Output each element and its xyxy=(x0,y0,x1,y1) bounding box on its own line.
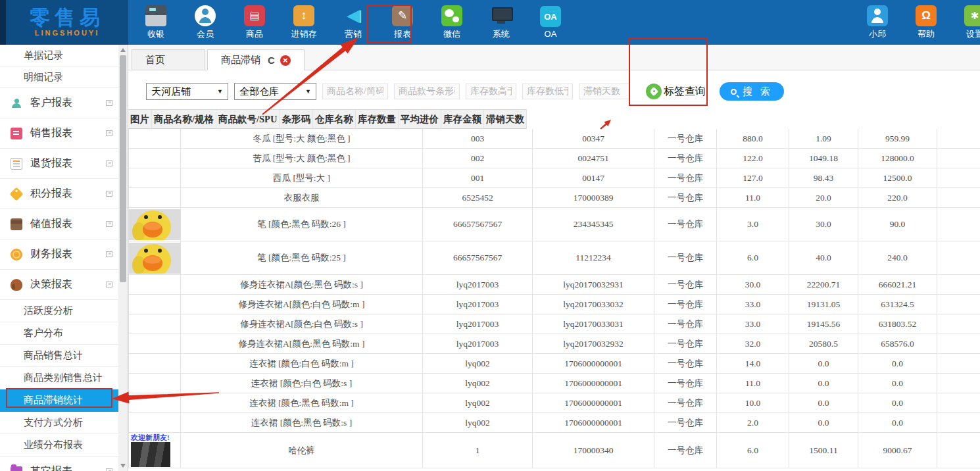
nav-item-label: 进销存 xyxy=(291,28,317,40)
sidebar-scrollbar[interactable] xyxy=(118,45,128,471)
tab[interactable]: 商品滞销 C × xyxy=(207,49,305,70)
nav-item-icon xyxy=(392,5,413,26)
spu-cell: 002 xyxy=(423,149,533,168)
sidebar-item-icon xyxy=(11,218,22,230)
sidebar-item[interactable]: 退货报表 xyxy=(0,149,119,179)
scroll-up-icon[interactable] xyxy=(120,48,126,52)
amount-cell: 959.99 xyxy=(858,129,937,149)
product-image-cell xyxy=(128,334,181,354)
filter-input[interactable] xyxy=(522,84,573,99)
product-name-cell: 连衣裙 [颜色:白色 码数:s ] xyxy=(181,374,423,393)
app-logo: 零售易 LINGSHOUYI xyxy=(0,0,128,45)
nav-item[interactable]: 收银 xyxy=(140,5,172,40)
table-header-cell: 图片 xyxy=(128,109,152,129)
nav-right-item[interactable]: 设置 xyxy=(959,5,980,40)
product-name-cell: 修身连衣裙A[颜色:白色 码数:s ] xyxy=(181,314,423,334)
nav-right-item[interactable]: 帮助 xyxy=(910,5,942,40)
amount-cell: 0.0 xyxy=(858,354,937,374)
nav-item[interactable]: 报表 xyxy=(387,5,418,40)
nav-item[interactable]: 会员 xyxy=(189,5,221,40)
warehouse-cell: 一号仓库 xyxy=(654,334,717,354)
sidebar-item[interactable]: 业绩分布报表 xyxy=(0,434,119,457)
product-image-cell xyxy=(128,354,181,374)
nav-item[interactable]: 微信 xyxy=(436,5,468,40)
stale-days-cell xyxy=(937,413,980,433)
popout-icon[interactable] xyxy=(106,191,112,197)
scroll-down-icon[interactable] xyxy=(120,464,126,468)
table-header-row: 图片 商品名称/规格 商品款号/SPU 条形码 仓库名称 库存数量 平均进价 xyxy=(128,109,980,129)
quantity-cell: 6.0 xyxy=(717,241,789,275)
product-name-cell: 连衣裙 [颜色:白色 码数:m ] xyxy=(181,354,423,374)
sidebar-item[interactable]: 客户分布 xyxy=(0,322,119,345)
scrollbar-thumb[interactable] xyxy=(120,55,126,282)
product-image-cell xyxy=(128,413,181,433)
sidebar-item[interactable]: 明细记录 xyxy=(0,66,119,88)
quantity-cell: 32.0 xyxy=(717,334,789,354)
table-row: 连衣裙 [颜色:白色 码数:s ] lyq002 1706000000001 一… xyxy=(128,374,980,393)
table-header-cell: 库存数量 xyxy=(356,109,399,129)
stale-days-cell xyxy=(937,149,980,168)
sidebar-item[interactable]: 单据记录 xyxy=(0,45,119,66)
nav-item[interactable]: 商品 xyxy=(239,5,270,40)
sidebar-item[interactable]: 支付方式分析 xyxy=(0,412,119,434)
sidebar-item[interactable]: 销售报表 xyxy=(0,118,119,149)
popout-icon[interactable] xyxy=(106,130,112,136)
nav-item-label: 商品 xyxy=(246,28,263,40)
sidebar-item[interactable]: 储值报表 xyxy=(0,209,119,239)
sidebar-item[interactable]: 客户报表 xyxy=(0,88,119,118)
table-row: 连衣裙 [颜色:黑色 码数:m ] lyq002 1706000000001 一… xyxy=(128,393,980,413)
warehouse-cell: 一号仓库 xyxy=(654,314,717,334)
popout-icon[interactable] xyxy=(106,221,112,227)
filter-input[interactable] xyxy=(466,84,516,99)
warehouse-cell: 一号仓库 xyxy=(654,208,717,241)
sidebar-item[interactable]: 商品销售总计 xyxy=(0,345,119,367)
warehouse-select[interactable]: 全部仓库 ▼ xyxy=(234,83,316,100)
tab[interactable]: 首页 xyxy=(132,49,205,70)
sidebar-item[interactable]: 其它报表 xyxy=(0,457,119,471)
search-button[interactable]: 搜 索 xyxy=(720,82,784,101)
tag-query-button[interactable]: 标签查询 xyxy=(646,84,706,99)
sidebar-item[interactable]: 决策报表 xyxy=(0,270,119,300)
nav-right-item[interactable]: 小邱 xyxy=(862,5,893,40)
popout-icon[interactable] xyxy=(106,161,112,166)
chevron-down-icon: ▼ xyxy=(305,88,311,95)
stale-days-cell xyxy=(937,241,980,275)
sidebar-item-label: 商品销售总计 xyxy=(24,349,83,362)
filter-input[interactable] xyxy=(322,84,388,99)
avg-price-cell: 1049.18 xyxy=(789,149,858,168)
nav-item[interactable]: 营销 xyxy=(337,5,369,40)
popout-icon[interactable] xyxy=(106,468,112,471)
filter-input[interactable] xyxy=(394,84,460,99)
nav-item[interactable]: 系统 xyxy=(485,5,517,40)
spu-cell: lyq2017003 xyxy=(423,275,533,295)
spu-cell: 66657567567 xyxy=(423,208,533,241)
product-name-cell: 连衣裙 [颜色:黑色 码数:m ] xyxy=(181,393,423,413)
quantity-cell: 127.0 xyxy=(717,168,789,188)
sidebar-item[interactable]: 财务报表 xyxy=(0,239,119,270)
table-row: 苦瓜 [型号:大 颜色:黑色 ] 002 0024751 一号仓库 122.0 … xyxy=(128,149,980,168)
store-select[interactable]: 天河店铺 ▼ xyxy=(146,83,228,100)
nav-item-icon xyxy=(293,5,314,26)
filter-input[interactable] xyxy=(579,84,629,99)
table-header-cell: 商品款号/SPU xyxy=(216,109,280,129)
popout-icon[interactable] xyxy=(106,100,112,106)
nav-item[interactable]: OA xyxy=(535,6,566,39)
stale-days-cell xyxy=(937,374,980,393)
warehouse-cell: 一号仓库 xyxy=(654,295,717,314)
table-row: 修身连衣裙A[颜色:白色 码数:s ] lyq2017003 lyq201700… xyxy=(128,314,980,334)
warehouse-cell: 一号仓库 xyxy=(654,413,717,433)
quantity-cell: 33.0 xyxy=(717,314,789,334)
store-select-value: 天河店铺 xyxy=(151,86,191,98)
sidebar-item[interactable]: 商品类别销售总计 xyxy=(0,367,119,389)
table-header-cell: 滞销天数 xyxy=(484,109,527,129)
sidebar-item[interactable]: 活跃度分析 xyxy=(0,300,119,322)
sidebar-item[interactable]: 商品滞销统计 xyxy=(0,389,119,412)
popout-icon[interactable] xyxy=(106,282,112,287)
popout-icon[interactable] xyxy=(106,251,112,257)
close-icon[interactable]: × xyxy=(280,55,291,66)
nav-item[interactable]: 进销存 xyxy=(288,5,320,40)
stale-days-cell xyxy=(937,295,980,314)
avg-price-cell: 19131.05 xyxy=(789,295,858,314)
sidebar-item[interactable]: 积分报表 xyxy=(0,179,119,209)
refresh-icon[interactable]: C xyxy=(268,55,275,66)
